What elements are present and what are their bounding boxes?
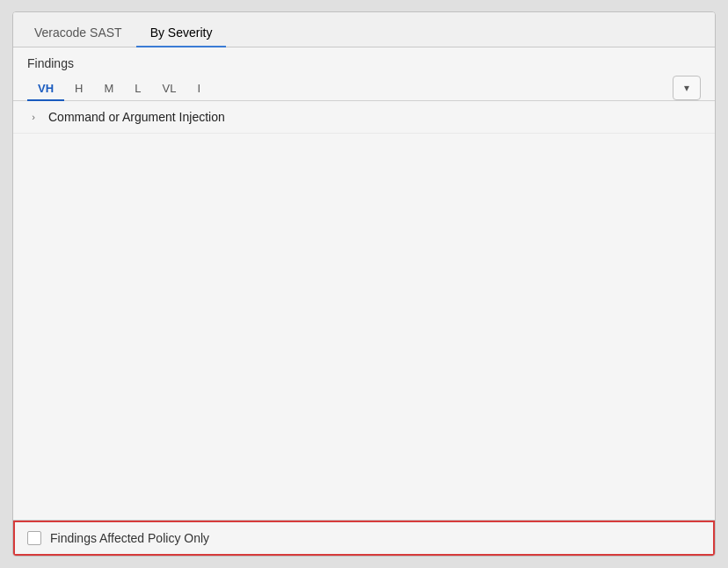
main-panel: Veracode SAST By Severity Findings VH H … xyxy=(12,11,716,557)
tab-by-severity[interactable]: By Severity xyxy=(136,18,227,47)
findings-list: › Command or Argument Injection xyxy=(13,101,715,521)
subtab-vl[interactable]: VL xyxy=(152,76,187,100)
subtab-list: VH H M L VL I xyxy=(27,76,673,100)
findings-policy-checkbox[interactable] xyxy=(27,531,41,545)
subtab-h[interactable]: H xyxy=(64,76,93,100)
chevron-down-icon: ▾ xyxy=(684,82,689,94)
footer: Findings Affected Policy Only xyxy=(13,521,715,556)
subtab-bar: VH H M L VL I ▾ xyxy=(13,76,715,101)
list-item[interactable]: › Command or Argument Injection xyxy=(13,101,715,134)
subtab-l[interactable]: L xyxy=(124,76,151,100)
subtab-dropdown-button[interactable]: ▾ xyxy=(673,76,701,100)
tab-veracode-sast[interactable]: Veracode SAST xyxy=(20,18,136,47)
finding-label: Command or Argument Injection xyxy=(48,110,225,124)
policy-filter-text: Findings Affected Policy Only xyxy=(50,531,209,545)
findings-header: Findings xyxy=(13,47,715,76)
policy-filter-label[interactable]: Findings Affected Policy Only xyxy=(27,531,209,545)
subtab-m[interactable]: M xyxy=(93,76,124,100)
chevron-right-icon: › xyxy=(27,111,40,123)
tab-bar: Veracode SAST By Severity xyxy=(13,12,715,47)
subtab-vh[interactable]: VH xyxy=(27,76,64,100)
subtab-i[interactable]: I xyxy=(186,76,211,100)
